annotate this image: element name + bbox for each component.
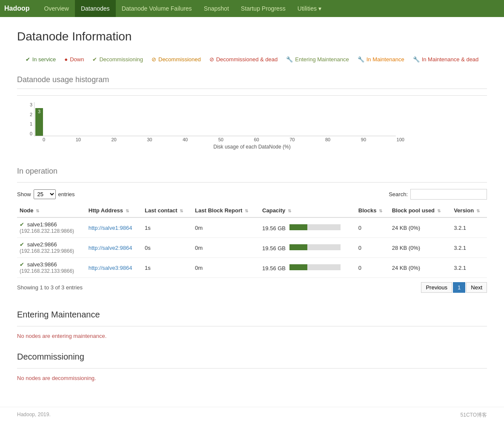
check-icon-row-0: ✔ xyxy=(20,221,24,228)
node-name-2: salve3:9866 xyxy=(27,261,57,268)
page-1-button[interactable]: 1 xyxy=(453,282,465,293)
entries-label: entries xyxy=(58,191,75,197)
cell-http-0: http://salve1:9864 xyxy=(86,217,142,238)
footer: Hadoop, 2019. 51CTO博客 xyxy=(0,407,504,423)
col-last-contact[interactable]: Last contact ⇅ xyxy=(142,204,192,217)
show-label: Show xyxy=(17,191,31,197)
navbar: Hadoop Overview Datanodes Datanode Volum… xyxy=(0,0,504,17)
x-axis-labels: 0 10 20 30 40 50 60 70 80 90 100 xyxy=(17,137,404,142)
status-in-maintenance-dead: 🔧 In Maintenance & dead xyxy=(413,56,479,63)
sort-icon-node: ⇅ xyxy=(36,209,39,213)
entering-maintenance-section: Entering Maintenance No nodes are enteri… xyxy=(17,310,487,339)
status-in-maintenance: 🔧 In Maintenance xyxy=(358,56,404,63)
table-row: ✔ salve1:9866 (192.168.232.128:9866) htt… xyxy=(17,217,487,238)
nav-utilities-label[interactable]: Utilities ▾ xyxy=(292,5,327,12)
cell-version-1: 3.2.1 xyxy=(451,238,487,258)
table-row: ✔ salve2:9866 (192.168.232.129:9866) htt… xyxy=(17,238,487,258)
sort-icon-version: ⇅ xyxy=(476,209,480,213)
http-link-2[interactable]: http://salve3:9864 xyxy=(89,265,132,271)
capacity-label-0: 19.56 GB xyxy=(262,225,286,232)
nav-datanode-volume-failures[interactable]: Datanode Volume Failures xyxy=(116,0,198,17)
nav-overview[interactable]: Overview xyxy=(38,0,75,17)
nav-datanodes[interactable]: Datanodes xyxy=(75,0,116,17)
http-link-1[interactable]: http://salve2:9864 xyxy=(89,245,132,251)
col-node[interactable]: Node ⇅ xyxy=(17,204,86,217)
status-down: ● Down xyxy=(64,56,84,63)
wrench-icon-entering: 🔧 xyxy=(286,56,293,63)
cell-node-1: ✔ salve2:9866 (192.168.232.129:9866) xyxy=(17,238,86,258)
circle-slash-icon-decommissioned: ⊘ xyxy=(152,56,156,63)
showing-text: Showing 1 to 3 of 3 entries xyxy=(17,284,83,291)
http-link-0[interactable]: http://salve1:9864 xyxy=(89,225,132,231)
col-block-pool-used[interactable]: Block pool used ⇅ xyxy=(389,204,451,217)
cell-last-block-2: 0m xyxy=(192,258,260,278)
histogram-container: 0 1 2 3 3 0 10 20 30 40 xyxy=(17,95,487,150)
wrench-icon-maintenance: 🔧 xyxy=(358,56,364,63)
table-body: ✔ salve1:9866 (192.168.232.128:9866) htt… xyxy=(17,217,487,278)
sort-icon-last-block: ⇅ xyxy=(245,209,248,213)
show-entries: Show 10 25 50 100 entries xyxy=(17,189,75,199)
search-input[interactable] xyxy=(410,189,487,200)
circle-slash-icon-decommissioned-dead: ⊘ xyxy=(209,56,214,63)
col-capacity[interactable]: Capacity ⇅ xyxy=(260,204,356,217)
cell-capacity-0: 19.56 GB xyxy=(260,217,356,238)
cell-pool-used-1: 28 KB (0%) xyxy=(389,238,451,258)
check-icon-row-2: ✔ xyxy=(20,261,24,268)
histogram-x-label: Disk usage of each DataNode (%) xyxy=(17,144,487,150)
footer-left: Hadoop, 2019. xyxy=(17,412,51,419)
sort-icon-http: ⇅ xyxy=(126,209,129,213)
col-version[interactable]: Version ⇅ xyxy=(451,204,487,217)
node-ip-1: (192.168.232.129:9866) xyxy=(20,248,74,254)
status-in-service: ✔ In service xyxy=(26,56,56,63)
sort-icon-pool: ⇅ xyxy=(437,209,441,213)
node-ip-2: (192.168.232.133:9866) xyxy=(20,268,74,274)
cell-node-0: ✔ salve1:9866 (192.168.232.128:9866) xyxy=(17,217,86,238)
cell-version-2: 3.2.1 xyxy=(451,258,487,278)
histogram-title: Datanode usage histogram xyxy=(17,75,487,84)
col-blocks[interactable]: Blocks ⇅ xyxy=(356,204,389,217)
entries-select[interactable]: 10 25 50 100 xyxy=(34,189,56,199)
in-operation-section: In operation Show 10 25 50 100 entries S… xyxy=(17,167,487,293)
capacity-bar-filled-2 xyxy=(289,264,307,270)
histogram-section: Datanode usage histogram 0 1 2 3 3 xyxy=(17,75,487,150)
status-legend: ✔ In service ● Down ✔ Decommissioning ⊘ … xyxy=(17,56,487,63)
capacity-bar-filled-0 xyxy=(289,224,307,230)
status-in-service-label: In service xyxy=(32,56,56,63)
nav-snapshot[interactable]: Snapshot xyxy=(198,0,235,17)
cell-node-2: ✔ salve3:9866 (192.168.232.133:9866) xyxy=(17,258,86,278)
histogram-bars: 3 xyxy=(34,102,396,136)
node-name-0: salve1:9866 xyxy=(27,221,57,228)
cell-http-2: http://salve3:9864 xyxy=(86,258,142,278)
capacity-bar-empty-1 xyxy=(307,244,341,250)
cell-pool-used-2: 24 KB (0%) xyxy=(389,258,451,278)
status-decommissioned: ⊘ Decommissioned xyxy=(152,56,201,63)
page-title: Datanode Information xyxy=(17,30,487,43)
col-http-address[interactable]: Http Address ⇅ xyxy=(86,204,142,217)
sort-icon-blocks: ⇅ xyxy=(379,209,382,213)
search-box: Search: xyxy=(389,189,487,200)
pagination-row: Showing 1 to 3 of 3 entries Previous 1 N… xyxy=(17,282,487,293)
circle-icon-down: ● xyxy=(64,56,68,63)
col-last-block-report[interactable]: Last Block Report ⇅ xyxy=(192,204,260,217)
previous-button[interactable]: Previous xyxy=(421,282,452,293)
sort-icon-capacity: ⇅ xyxy=(288,209,291,213)
node-ip-0: (192.168.232.128:9866) xyxy=(20,228,74,234)
capacity-bar-container-0 xyxy=(289,224,341,230)
check-icon-row-1: ✔ xyxy=(20,241,24,248)
next-button[interactable]: Next xyxy=(466,282,487,293)
check-icon-decommissioning: ✔ xyxy=(92,56,97,63)
table-controls: Show 10 25 50 100 entries Search: xyxy=(17,189,487,200)
entering-maintenance-message: No nodes are entering maintenance. xyxy=(17,333,487,339)
decommissioning-title: Decommissioning xyxy=(17,352,487,362)
capacity-bar-container-1 xyxy=(289,244,341,250)
decommissioning-section: Decommissioning No nodes are decommissio… xyxy=(17,352,487,381)
datanodes-table: Node ⇅ Http Address ⇅ Last contact ⇅ Las… xyxy=(17,204,487,278)
capacity-label-1: 19.56 GB xyxy=(262,245,286,252)
capacity-bar-empty-0 xyxy=(307,224,341,230)
nav-utilities-dropdown[interactable]: Utilities ▾ xyxy=(292,5,327,12)
status-in-maintenance-label: In Maintenance xyxy=(367,56,404,63)
status-in-maintenance-dead-label: In Maintenance & dead xyxy=(422,56,479,63)
nav-startup-progress[interactable]: Startup Progress xyxy=(235,0,292,17)
status-down-label: Down xyxy=(70,56,84,63)
check-icon-service: ✔ xyxy=(26,56,30,63)
